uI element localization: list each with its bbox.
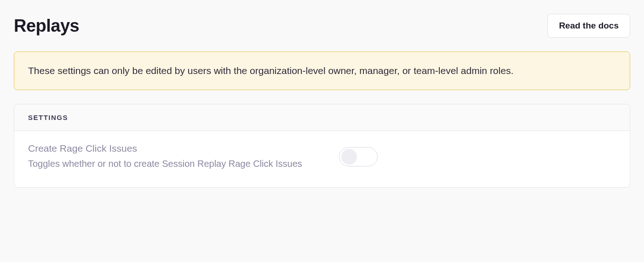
toggle-wrap bbox=[321, 147, 378, 166]
setting-title: Create Rage Click Issues bbox=[28, 143, 302, 154]
rage-click-toggle[interactable] bbox=[339, 147, 378, 166]
settings-panel-header: SETTINGS bbox=[14, 104, 630, 131]
setting-row-rage-click: Create Rage Click Issues Toggles whether… bbox=[14, 131, 630, 187]
page-title: Replays bbox=[14, 16, 79, 36]
settings-panel: SETTINGS Create Rage Click Issues Toggle… bbox=[14, 104, 630, 188]
setting-description: Toggles whether or not to create Session… bbox=[28, 157, 302, 171]
permission-notice: These settings can only be edited by use… bbox=[14, 51, 630, 90]
toggle-knob bbox=[341, 149, 357, 165]
read-docs-button[interactable]: Read the docs bbox=[547, 14, 630, 38]
setting-text: Create Rage Click Issues Toggles whether… bbox=[28, 143, 302, 171]
